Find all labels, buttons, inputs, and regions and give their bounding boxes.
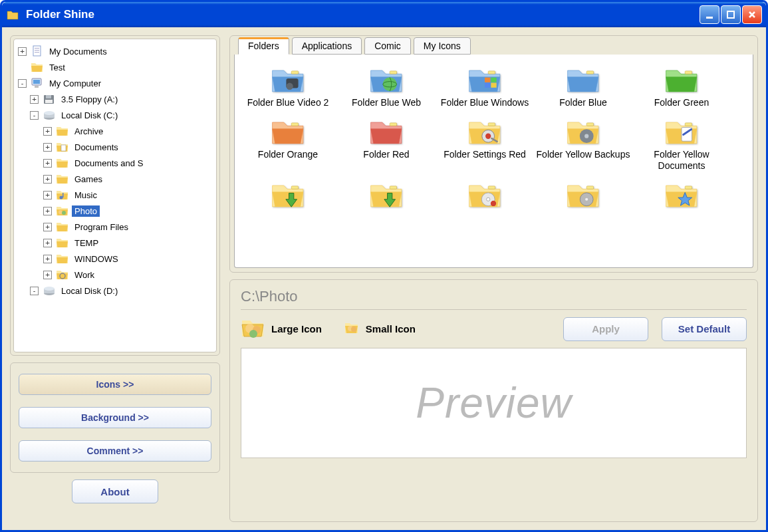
svg-rect-24 [291,71,298,74]
expand-icon[interactable]: + [30,95,39,104]
tree-node[interactable]: +My Documents [17,43,213,59]
icon-item[interactable]: Folder Blue Windows [436,61,534,113]
icon-item[interactable]: Folder Blue Web [337,61,436,113]
tree-node[interactable]: +Documents [17,139,213,155]
svg-rect-8 [35,86,39,88]
svg-point-53 [491,200,496,205]
tree-node[interactable]: +Work [17,267,213,283]
tree-node[interactable]: +Documents and S [17,155,213,171]
icon-item[interactable]: Folder Yellow Documents [632,113,731,176]
folder-icon [56,173,69,185]
tree-node-label: My Computer [47,78,104,89]
icons-button[interactable]: Icons >> [19,374,211,395]
expand-icon[interactable]: + [43,191,52,200]
folder-icon [271,180,305,209]
svg-rect-43 [586,122,593,125]
expand-icon[interactable]: + [43,143,52,152]
folder-icon [56,237,69,249]
tab-comic[interactable]: Comic [364,37,411,55]
folder-icon [271,117,305,146]
tree-node[interactable]: Test [17,59,213,75]
tree-node[interactable]: -Local Disk (C:) [17,107,213,123]
about-button[interactable]: About [72,479,158,503]
svg-rect-37 [291,122,298,125]
tree-node[interactable]: +Music [17,187,213,203]
svg-point-56 [585,198,588,200]
svg-rect-48 [291,186,298,188]
collapse-icon[interactable]: - [30,287,39,295]
set-default-button[interactable]: Set Default [662,317,747,341]
svg-rect-1 [727,11,734,18]
svg-rect-50 [488,186,495,188]
folder-icon [566,117,600,146]
icon-item[interactable] [436,176,534,216]
icon-item[interactable] [632,176,731,216]
tree-node[interactable]: +TEMP [17,235,213,251]
work-icon [56,269,69,281]
maximize-button[interactable] [721,5,741,24]
folder-icon [467,117,502,146]
svg-rect-5 [35,52,39,53]
expand-icon[interactable]: + [18,47,27,56]
expand-icon[interactable]: + [43,255,52,263]
tree-node[interactable]: +Photo [17,203,213,219]
expand-icon[interactable]: + [43,239,52,247]
folder-icon [56,125,69,137]
tree-node-label: Documents and S [72,158,146,169]
svg-point-60 [249,330,257,338]
titlebar[interactable]: Folder Shine [2,2,766,27]
tree-node[interactable]: -Local Disk (D:) [17,283,213,299]
tree-node[interactable]: +Games [17,171,213,187]
icon-label: Folder Blue [559,97,607,109]
floppy-icon [43,93,56,105]
icon-gallery-panel: FoldersApplicationsComicMy Icons Folder … [229,35,758,273]
expand-icon[interactable]: + [43,271,52,279]
expand-icon[interactable]: + [43,223,52,231]
app-icon [6,8,19,21]
svg-point-26 [286,83,293,90]
icon-item[interactable] [534,176,632,216]
tree-node[interactable]: +WINDOWS [17,251,213,267]
apply-button[interactable]: Apply [563,317,648,341]
tree-node[interactable]: -My Computer [17,75,213,91]
svg-rect-36 [685,71,692,74]
tree-node[interactable]: +Program Files [17,219,213,235]
comment-button[interactable]: Comment >> [19,440,211,462]
icon-item[interactable]: Folder Orange [239,113,337,176]
close-button[interactable] [742,5,762,24]
expand-icon[interactable]: + [43,175,52,184]
icon-item[interactable]: Folder Blue [534,61,632,113]
tab-applications[interactable]: Applications [292,37,362,55]
icon-label: Folder Yellow Documents [634,149,729,172]
svg-rect-17 [63,193,64,198]
svg-point-14 [44,111,55,115]
icon-item[interactable]: Folder Blue Video 2 [239,61,337,113]
tree-node[interactable]: +3.5 Floppy (A:) [17,91,213,107]
icon-grid[interactable]: Folder Blue Video 2 Folder Blue Web Fold… [235,55,753,267]
icon-item[interactable]: Folder Green [632,61,731,113]
icon-item[interactable]: Folder Yellow Backups [534,113,632,176]
svg-rect-54 [586,186,593,188]
expand-icon[interactable]: + [43,159,52,168]
icon-item[interactable] [337,176,436,216]
icon-item[interactable]: Folder Settings Red [436,113,534,176]
icon-label: Folder Yellow Backups [537,149,630,161]
folder-icon [369,180,404,209]
svg-rect-33 [485,83,490,88]
collapse-icon[interactable]: - [30,111,39,120]
tree-node-label: Local Disk (D:) [59,285,120,297]
folder-tree[interactable]: +My DocumentsTest-My Computer+3.5 Floppy… [13,39,217,352]
icon-item[interactable]: Folder Red [337,113,436,176]
expand-icon[interactable]: + [43,207,52,215]
minimize-button[interactable] [700,5,719,24]
expand-icon[interactable]: + [43,127,52,136]
background-button[interactable]: Background >> [19,407,211,428]
collapse-icon[interactable]: - [18,79,27,88]
tree-node[interactable]: +Archive [17,123,213,139]
icon-item[interactable] [239,176,337,216]
tab-folders[interactable]: Folders [238,37,289,55]
svg-rect-35 [586,71,593,74]
tab-my-icons[interactable]: My Icons [414,37,471,55]
svg-rect-4 [35,50,39,51]
tree-node-label: Local Disk (C:) [59,110,120,121]
